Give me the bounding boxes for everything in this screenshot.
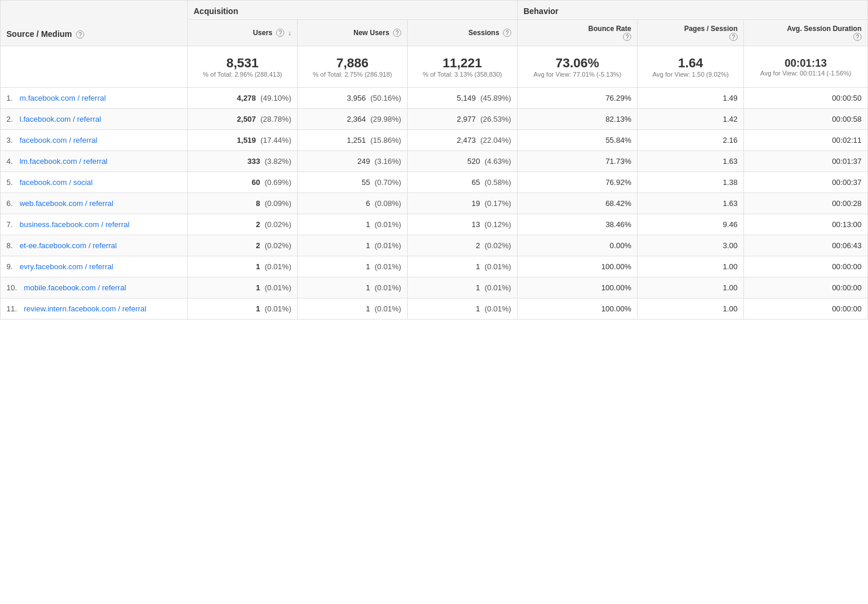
source-link[interactable]: lm.facebook.com / referral bbox=[19, 157, 107, 166]
users-pct: (0.69%) bbox=[264, 178, 291, 187]
source-link[interactable]: mobile.facebook.com / referral bbox=[24, 283, 126, 292]
source-cell: 2. l.facebook.com / referral bbox=[1, 109, 188, 130]
new-users-value: 1 bbox=[366, 283, 370, 292]
avg-session-value: 00:00:50 bbox=[832, 94, 862, 102]
source-medium-header: Source / Medium ? bbox=[1, 1, 188, 46]
pages-session-value: 1.00 bbox=[723, 262, 738, 271]
table-row: 9. evry.facebook.com / referral 1 (0.01%… bbox=[1, 256, 868, 277]
sessions-value: 5,149 bbox=[457, 94, 476, 102]
pages-session-cell: 2.16 bbox=[638, 130, 744, 151]
new-users-value: 1 bbox=[366, 304, 370, 313]
source-link[interactable]: l.facebook.com / referral bbox=[19, 115, 101, 123]
users-value: 2 bbox=[256, 241, 260, 250]
source-cell: 5. facebook.com / social bbox=[1, 172, 188, 193]
row-number: 11. bbox=[6, 304, 17, 313]
new-users-value: 1 bbox=[366, 262, 370, 271]
bounce-rate-value: 38.46% bbox=[605, 220, 631, 229]
source-link[interactable]: web.facebook.com / referral bbox=[19, 199, 113, 208]
pages-session-value: 2.16 bbox=[723, 136, 738, 145]
new-users-cell: 1 (0.01%) bbox=[297, 214, 407, 235]
table-row: 11. review.intern.facebook.com / referra… bbox=[1, 298, 868, 320]
pages-session-help-icon[interactable]: ? bbox=[729, 33, 738, 41]
source-medium-help-icon[interactable]: ? bbox=[76, 30, 84, 39]
users-cell: 333 (3.82%) bbox=[188, 151, 298, 172]
users-value: 2,507 bbox=[237, 115, 256, 123]
row-number: 8. bbox=[6, 241, 13, 250]
source-cell: 10. mobile.facebook.com / referral bbox=[1, 277, 188, 298]
users-pct: (0.01%) bbox=[264, 262, 291, 271]
sessions-value: 520 bbox=[467, 157, 480, 166]
bounce-rate-cell: 71.73% bbox=[517, 151, 637, 172]
avg-session-value: 00:00:00 bbox=[832, 304, 862, 313]
sessions-pct: (26.53%) bbox=[480, 115, 511, 123]
pages-session-cell: 1.63 bbox=[638, 151, 744, 172]
new-users-column-header: New Users ? bbox=[297, 20, 407, 46]
source-link[interactable]: facebook.com / referral bbox=[19, 136, 97, 145]
avg-session-value: 00:00:28 bbox=[832, 199, 862, 208]
pages-session-cell: 1.00 bbox=[638, 256, 744, 277]
bounce-rate-help-icon[interactable]: ? bbox=[623, 33, 631, 41]
avg-session-cell: 00:00:58 bbox=[744, 109, 868, 130]
group-header-row: Source / Medium ? Acquisition Behavior bbox=[1, 1, 868, 20]
source-link[interactable]: review.intern.facebook.com / referral bbox=[24, 304, 147, 313]
new-users-cell: 6 (0.08%) bbox=[297, 193, 407, 214]
new-users-cell: 55 (0.70%) bbox=[297, 172, 407, 193]
sessions-help-icon[interactable]: ? bbox=[503, 29, 511, 37]
new-users-help-icon[interactable]: ? bbox=[393, 29, 401, 37]
avg-session-value: 00:13:00 bbox=[832, 220, 862, 229]
users-pct: (0.02%) bbox=[264, 220, 291, 229]
source-link[interactable]: m.facebook.com / referral bbox=[19, 94, 105, 102]
analytics-table: Source / Medium ? Acquisition Behavior U… bbox=[0, 0, 868, 320]
sessions-cell: 2,473 (22.04%) bbox=[407, 130, 517, 151]
sessions-cell: 1 (0.01%) bbox=[407, 298, 517, 320]
users-value: 1 bbox=[256, 304, 260, 313]
pages-session-cell: 3.00 bbox=[638, 235, 744, 256]
sessions-pct: (4.63%) bbox=[484, 157, 511, 166]
users-cell: 1,519 (17.44%) bbox=[188, 130, 298, 151]
new-users-cell: 2,364 (29.98%) bbox=[297, 109, 407, 130]
new-users-pct: (0.01%) bbox=[374, 262, 401, 271]
pages-session-column-header: Pages / Session ? bbox=[638, 20, 744, 46]
new-users-cell: 3,956 (50.16%) bbox=[297, 88, 407, 109]
bounce-rate-value: 100.00% bbox=[601, 283, 631, 292]
bounce-rate-value: 0.00% bbox=[609, 241, 631, 250]
pages-session-value: 1.00 bbox=[723, 283, 738, 292]
bounce-rate-value: 68.42% bbox=[605, 199, 631, 208]
totals-pages-session-cell: 1.64 Avg for View: 1.50 (9.02%) bbox=[638, 46, 744, 88]
source-cell: 3. facebook.com / referral bbox=[1, 130, 188, 151]
sessions-value: 1 bbox=[476, 304, 480, 313]
source-cell: 7. business.facebook.com / referral bbox=[1, 214, 188, 235]
avg-session-value: 00:00:00 bbox=[832, 283, 862, 292]
users-cell: 8 (0.09%) bbox=[188, 193, 298, 214]
avg-session-cell: 00:00:00 bbox=[744, 277, 868, 298]
users-value: 1 bbox=[256, 262, 260, 271]
sessions-pct: (0.01%) bbox=[484, 283, 511, 292]
source-cell: 8. et-ee.facebook.com / referral bbox=[1, 235, 188, 256]
users-pct: (0.02%) bbox=[264, 241, 291, 250]
table-row: 1. m.facebook.com / referral 4,278 (49.1… bbox=[1, 88, 868, 109]
sessions-pct: (0.12%) bbox=[484, 220, 511, 229]
new-users-value: 1 bbox=[366, 220, 370, 229]
pages-session-cell: 1.38 bbox=[638, 172, 744, 193]
avg-session-value: 00:02:11 bbox=[832, 136, 862, 145]
source-link[interactable]: et-ee.facebook.com / referral bbox=[19, 241, 116, 250]
source-link[interactable]: business.facebook.com / referral bbox=[19, 220, 129, 229]
new-users-value: 2,364 bbox=[347, 115, 366, 123]
table-row: 3. facebook.com / referral 1,519 (17.44%… bbox=[1, 130, 868, 151]
avg-session-help-icon[interactable]: ? bbox=[853, 33, 862, 41]
new-users-pct: (0.08%) bbox=[374, 199, 401, 208]
avg-session-cell: 00:01:37 bbox=[744, 151, 868, 172]
users-pct: (0.09%) bbox=[264, 199, 291, 208]
sessions-cell: 5,149 (45.89%) bbox=[407, 88, 517, 109]
sessions-cell: 2,977 (26.53%) bbox=[407, 109, 517, 130]
new-users-pct: (0.01%) bbox=[374, 220, 401, 229]
users-help-icon[interactable]: ? bbox=[276, 29, 284, 37]
source-link[interactable]: evry.facebook.com / referral bbox=[19, 262, 113, 271]
avg-session-value: 00:00:00 bbox=[832, 262, 862, 271]
users-sort-icon[interactable]: ↓ bbox=[288, 29, 291, 36]
source-link[interactable]: facebook.com / social bbox=[19, 178, 92, 187]
users-value: 8 bbox=[256, 199, 260, 208]
bounce-rate-value: 76.29% bbox=[605, 94, 631, 102]
pages-session-value: 1.38 bbox=[723, 178, 738, 187]
pages-session-value: 1.42 bbox=[723, 115, 738, 123]
